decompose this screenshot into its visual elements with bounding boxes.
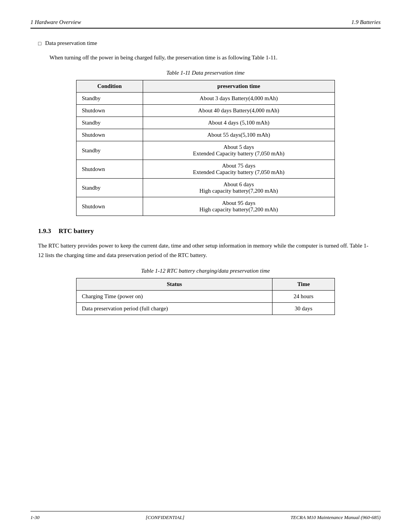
table11-cell-condition: Shutdown xyxy=(76,105,143,117)
page-container: 1 Hardware Overview 1.9 Batteries □ Data… xyxy=(0,0,411,532)
table-row: ShutdownAbout 40 days Battery(4,000 mAh) xyxy=(76,105,335,117)
table-row: StandbyAbout 4 days (5,100 mAh) xyxy=(76,117,335,129)
table12: Status Time Charging Time (power on)24 h… xyxy=(76,278,335,315)
section-193-body: The RTC battery provides power to keep t… xyxy=(38,241,373,260)
table-row: StandbyAbout 5 daysExtended Capacity bat… xyxy=(76,141,335,160)
header-left: 1 Hardware Overview xyxy=(30,19,81,26)
table12-cell-time: 30 days xyxy=(272,302,335,315)
footer-page-number: 1-30 xyxy=(30,514,40,521)
intro-paragraph: When turning off the power in being char… xyxy=(49,53,373,62)
table-row: StandbyAbout 3 days Battery(4,000 mAh) xyxy=(76,93,335,105)
table12-cell-status: Charging Time (power on) xyxy=(76,290,272,302)
table-row: ShutdownAbout 75 daysExtended Capacity b… xyxy=(76,160,335,179)
table11-cell-preservation: About 4 days (5,100 mAh) xyxy=(143,117,335,129)
section-193-number: 1.9.3 xyxy=(38,227,51,235)
header-right: 1.9 Batteries xyxy=(351,19,381,26)
table11-cell-preservation: About 75 daysExtended Capacity battery (… xyxy=(143,160,335,179)
table11-cell-preservation: About 95 daysHigh capacity battery(7,200… xyxy=(143,197,335,216)
bullet-item: □ Data preservation time xyxy=(38,40,373,47)
table12-caption: Table 1-12 RTC battery charging/data pre… xyxy=(38,268,373,274)
table11-cell-preservation: About 55 days(5,100 mAh) xyxy=(143,129,335,141)
table-row: ShutdownAbout 95 daysHigh capacity batte… xyxy=(76,197,335,216)
table11-header-preservation: preservation time xyxy=(143,80,335,93)
table11: Condition preservation time StandbyAbout… xyxy=(76,80,335,216)
table-row: Data preservation period (full charge)30… xyxy=(76,302,335,315)
table11-cell-preservation: About 3 days Battery(4,000 mAh) xyxy=(143,93,335,105)
table-row: ShutdownAbout 55 days(5,100 mAh) xyxy=(76,129,335,141)
page-footer: 1-30 [CONFIDENTIAL] TECRA M10 Maintenanc… xyxy=(30,511,381,521)
table11-cell-preservation: About 6 daysHigh capacity battery(7,200 … xyxy=(143,179,335,197)
footer-confidential: [CONFIDENTIAL] xyxy=(146,514,185,521)
section-193-heading: 1.9.3RTC battery xyxy=(38,227,373,235)
table11-header-condition: Condition xyxy=(76,80,143,93)
section-193-title: RTC battery xyxy=(59,227,94,235)
table-row: StandbyAbout 6 daysHigh capacity battery… xyxy=(76,179,335,197)
table11-cell-condition: Standby xyxy=(76,117,143,129)
page-header: 1 Hardware Overview 1.9 Batteries xyxy=(30,19,381,29)
table11-cell-condition: Standby xyxy=(76,141,143,160)
table11-caption: Table 1-11 Data preservation time xyxy=(38,70,373,76)
table11-cell-preservation: About 40 days Battery(4,000 mAh) xyxy=(143,105,335,117)
footer-manual-title: TECRA M10 Maintenance Manual (960-685) xyxy=(290,514,381,521)
table12-cell-status: Data preservation period (full charge) xyxy=(76,302,272,315)
table11-cell-condition: Shutdown xyxy=(76,129,143,141)
table11-cell-condition: Shutdown xyxy=(76,197,143,216)
bullet-label: Data preservation time xyxy=(45,40,97,46)
table11-cell-condition: Standby xyxy=(76,93,143,105)
table12-header-time: Time xyxy=(272,278,335,290)
table12-cell-time: 24 hours xyxy=(272,290,335,302)
table11-cell-condition: Standby xyxy=(76,179,143,197)
content: □ Data preservation time When turning of… xyxy=(30,40,381,315)
checkbox-icon: □ xyxy=(38,41,41,47)
table11-cell-preservation: About 5 daysExtended Capacity battery (7… xyxy=(143,141,335,160)
table11-cell-condition: Shutdown xyxy=(76,160,143,179)
table12-header-status: Status xyxy=(76,278,272,290)
table-row: Charging Time (power on)24 hours xyxy=(76,290,335,302)
